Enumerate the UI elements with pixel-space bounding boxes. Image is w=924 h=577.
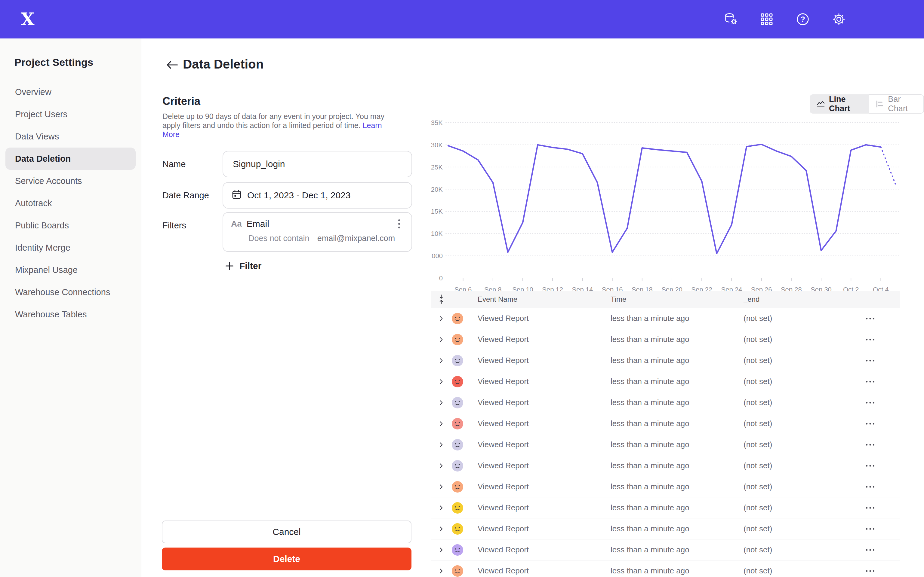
table-row[interactable]: Viewed Reportless than a minute ago(not …: [431, 540, 900, 561]
settings-gear-icon[interactable]: [832, 12, 846, 26]
row-actions-button[interactable]: [840, 507, 900, 509]
date-range-field[interactable]: Oct 1, 2023 - Dec 1, 2023: [223, 182, 412, 209]
table-row[interactable]: Viewed Reportless than a minute ago(not …: [431, 476, 900, 497]
date-range-value: Oct 1, 2023 - Dec 1, 2023: [247, 190, 351, 200]
sidebar-item-service-accounts[interactable]: Service Accounts: [5, 170, 136, 192]
row-actions-button[interactable]: [840, 318, 900, 320]
sidebar-item-data-views[interactable]: Data Views: [5, 125, 136, 148]
cancel-button[interactable]: Cancel: [162, 521, 412, 543]
bar-chart-toggle[interactable]: Bar Chart: [869, 94, 924, 114]
expand-chevron-icon[interactable]: [431, 525, 452, 532]
expand-chevron-icon[interactable]: [431, 484, 452, 490]
time-cell: less than a minute ago: [611, 545, 743, 554]
expand-chevron-icon[interactable]: [431, 357, 452, 364]
table-row[interactable]: Viewed Reportless than a minute ago(not …: [431, 308, 900, 329]
help-icon[interactable]: ?: [796, 12, 810, 26]
end-cell: (not set): [743, 314, 840, 323]
sidebar-item-data-deletion[interactable]: Data Deletion: [5, 148, 136, 170]
row-actions-button[interactable]: [840, 422, 900, 425]
filter-value[interactable]: email@mixpanel.com: [317, 234, 395, 243]
event-name-cell: Viewed Report: [478, 398, 611, 407]
event-name-cell: Viewed Report: [478, 314, 611, 323]
sidebar-item-warehouse-connections[interactable]: Warehouse Connections: [5, 281, 136, 303]
user-avatar: [452, 418, 478, 429]
sidebar-item-autotrack[interactable]: Autotrack: [5, 192, 136, 214]
line-chart-toggle[interactable]: Line Chart: [810, 94, 869, 114]
expand-chevron-icon[interactable]: [431, 315, 452, 322]
filter-card[interactable]: Aa Email Does not contain email@mixpanel…: [223, 212, 412, 252]
table-row[interactable]: Viewed Reportless than a minute ago(not …: [431, 497, 900, 518]
row-actions-button[interactable]: [840, 464, 900, 467]
events-table: Event Name Time _end Viewed Reportless t…: [431, 291, 900, 577]
event-name-cell: Viewed Report: [478, 566, 611, 575]
end-cell: (not set): [743, 419, 840, 428]
name-input[interactable]: [223, 151, 412, 177]
sidebar-item-public-boards[interactable]: Public Boards: [5, 214, 136, 237]
sidebar-item-mixpanel-usage[interactable]: Mixpanel Usage: [5, 259, 136, 281]
table-row[interactable]: Viewed Reportless than a minute ago(not …: [431, 392, 900, 413]
table-row[interactable]: Viewed Reportless than a minute ago(not …: [431, 371, 900, 392]
row-actions-button[interactable]: [840, 359, 900, 362]
user-avatar: [452, 544, 478, 556]
filter-operator[interactable]: Does not contain: [249, 234, 310, 243]
expand-chevron-icon[interactable]: [431, 421, 452, 427]
criteria-description-text: Delete up to 90 days of data for any eve…: [162, 112, 384, 129]
row-actions-button[interactable]: [840, 528, 900, 530]
row-actions-button[interactable]: [840, 380, 900, 383]
add-filter-label: Filter: [239, 261, 262, 271]
end-cell: (not set): [743, 440, 840, 449]
row-actions-button[interactable]: [840, 338, 900, 341]
back-button[interactable]: [166, 60, 179, 73]
delete-button[interactable]: Delete: [162, 548, 412, 571]
time-cell: less than a minute ago: [611, 440, 743, 449]
end-cell: (not set): [743, 377, 840, 386]
plus-icon: [225, 261, 234, 271]
app-root: X ?: [0, 0, 924, 577]
table-row[interactable]: Viewed Reportless than a minute ago(not …: [431, 329, 900, 350]
apps-grid-icon[interactable]: [760, 12, 774, 26]
user-avatar: [452, 355, 478, 366]
expand-chevron-icon[interactable]: [431, 504, 452, 511]
table-row[interactable]: Viewed Reportless than a minute ago(not …: [431, 350, 900, 371]
table-row[interactable]: Viewed Reportless than a minute ago(not …: [431, 561, 900, 577]
user-avatar: [452, 334, 478, 345]
expand-chevron-icon[interactable]: [431, 336, 452, 343]
sidebar-item-overview[interactable]: Overview: [5, 81, 136, 103]
table-row[interactable]: Viewed Reportless than a minute ago(not …: [431, 518, 900, 540]
expand-chevron-icon[interactable]: [431, 442, 452, 448]
row-actions-button[interactable]: [840, 486, 900, 488]
event-name-cell: Viewed Report: [478, 419, 611, 428]
sort-toggle-icon[interactable]: [431, 294, 452, 305]
user-avatar: [452, 397, 478, 408]
user-avatar: [452, 313, 478, 324]
expand-chevron-icon[interactable]: [431, 546, 452, 553]
event-name-cell: Viewed Report: [478, 440, 611, 449]
row-actions-button[interactable]: [840, 401, 900, 404]
name-label: Name: [162, 159, 186, 169]
bar-chart-icon: [876, 100, 884, 108]
expand-chevron-icon[interactable]: [431, 463, 452, 469]
expand-chevron-icon[interactable]: [431, 400, 452, 406]
data-settings-icon[interactable]: [724, 12, 738, 26]
event-name-cell: Viewed Report: [478, 335, 611, 344]
row-actions-button[interactable]: [840, 443, 900, 446]
table-row[interactable]: Viewed Reportless than a minute ago(not …: [431, 455, 900, 476]
filter-kebab-menu-icon[interactable]: [395, 219, 404, 229]
time-cell: less than a minute ago: [611, 482, 743, 492]
criteria-description: Delete up to 90 days of data for any eve…: [162, 112, 392, 139]
expand-chevron-icon[interactable]: [431, 568, 452, 574]
table-row[interactable]: Viewed Reportless than a minute ago(not …: [431, 434, 900, 455]
sidebar-item-warehouse-tables[interactable]: Warehouse Tables: [5, 303, 136, 326]
mixpanel-logo[interactable]: X: [19, 10, 37, 28]
filter-property: Email: [247, 219, 269, 229]
sidebar-item-identity-merge[interactable]: Identity Merge: [5, 237, 136, 259]
table-row[interactable]: Viewed Reportless than a minute ago(not …: [431, 413, 900, 434]
filters-label: Filters: [162, 221, 186, 230]
expand-chevron-icon[interactable]: [431, 378, 452, 385]
column-header-event-name: Event Name: [478, 295, 611, 303]
add-filter-button[interactable]: Filter: [225, 261, 262, 271]
row-actions-button[interactable]: [840, 549, 900, 551]
sidebar-item-project-users[interactable]: Project Users: [5, 103, 136, 125]
row-actions-button[interactable]: [840, 570, 900, 572]
time-cell: less than a minute ago: [611, 503, 743, 513]
